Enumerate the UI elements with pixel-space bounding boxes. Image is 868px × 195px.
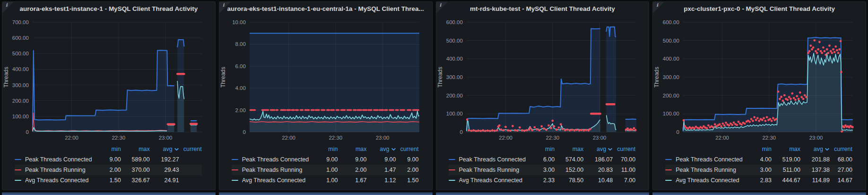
series-name[interactable]: Peak Threads Connected [676, 156, 743, 163]
stat-max: 1.67 [338, 177, 367, 184]
series-point [749, 121, 751, 123]
series-name[interactable]: Avg Threads Connected [242, 177, 305, 184]
stat-current: 70.00 [613, 156, 635, 163]
series-name[interactable]: Peak Threads Running [676, 167, 736, 173]
y-tick-label: 2.00 [235, 107, 245, 113]
series-color-swatch [665, 180, 672, 181]
series-point [540, 125, 543, 128]
chart-plot[interactable]: 02.004.006.008.0010.0022:0022:3023:00Thr… [219, 15, 432, 140]
x-tick-label: 22:00 [715, 135, 729, 140]
legend-col-max[interactable]: max [338, 146, 367, 152]
series-name[interactable]: Avg Threads Connected [676, 177, 739, 184]
series-point [533, 126, 536, 129]
chart-canvas[interactable]: 0100.00200.00300.00400.00500.00600.00700… [2, 15, 215, 140]
panel-title[interactable]: mt-rds-kube-test - MySQL Client Thread A… [436, 2, 649, 15]
legend-header: min max avg current [232, 144, 419, 154]
chart-plot[interactable]: 0100.00200.00300.00400.00500.00600.00700… [2, 15, 215, 140]
series-name[interactable]: Peak Threads Connected [25, 156, 92, 163]
chart-canvas[interactable]: 02.004.006.008.0010.0022:0022:3023:00Thr… [219, 15, 432, 140]
series-name[interactable]: Avg Threads Connected [25, 177, 88, 184]
legend-col-max[interactable]: max [772, 146, 800, 152]
y-tick-label: 100.00 [663, 111, 679, 116]
y-tick-label: 0 [243, 129, 245, 135]
next-panel-row-edge [0, 190, 868, 195]
series-point [684, 125, 686, 127]
chart-canvas[interactable]: 0100.00200.00300.00400.00500.00600.0022:… [653, 15, 866, 140]
series-name[interactable]: Peak Threads Running [25, 167, 86, 173]
legend-row: Avg Threads Connected 1.50 326.67 24.91 [15, 175, 202, 186]
legend-col-min[interactable]: min [743, 146, 772, 152]
series-point [832, 48, 834, 51]
series-point [736, 124, 738, 126]
series-point [841, 130, 843, 133]
legend-col-avg[interactable]: avg [150, 146, 179, 152]
panel-info-corner[interactable] [219, 2, 231, 13]
legend-col-current[interactable]: current [179, 146, 202, 152]
series-point [707, 124, 710, 127]
x-tick-label: 23:00 [592, 135, 606, 140]
panel-info-corner[interactable] [653, 2, 664, 13]
chevron-down-icon [608, 147, 613, 152]
panel-title[interactable]: aurora-eks-test1-instance-1-eu-central-1… [219, 2, 432, 15]
legend-col-current[interactable]: current [613, 146, 635, 152]
series-name[interactable]: Peak Threads Connected [242, 156, 309, 163]
legend-col-avg[interactable]: avg [583, 146, 613, 152]
stat-max: 444.67 [772, 177, 800, 184]
legend-col-avg[interactable]: avg [800, 146, 830, 152]
legend-col-current[interactable]: current [396, 146, 419, 152]
series-name[interactable]: Peak Threads Running [459, 167, 520, 173]
stat-max: 511.00 [772, 167, 800, 173]
legend-col-min[interactable]: min [93, 146, 121, 152]
chart-canvas[interactable]: 0100.00200.00300.00400.00500.00600.0022:… [436, 15, 649, 140]
series-name[interactable]: Peak Threads Connected [459, 156, 526, 163]
y-axis-label: Threads [220, 67, 226, 88]
legend-col-max[interactable]: max [121, 146, 150, 152]
panel-info-corner[interactable] [436, 2, 448, 13]
series-point [840, 71, 842, 73]
series-point [799, 91, 801, 94]
y-tick-label: 10.00 [232, 19, 246, 25]
panel-info-corner[interactable] [2, 2, 14, 13]
legend-col-min[interactable]: min [526, 146, 555, 152]
series-point [507, 129, 509, 132]
series-point [589, 128, 591, 130]
series-point [828, 44, 831, 47]
chart-plot[interactable]: 0100.00200.00300.00400.00500.00600.0022:… [436, 15, 649, 140]
series-point [851, 126, 854, 128]
series-point [731, 124, 734, 126]
legend-col-max[interactable]: max [555, 146, 583, 152]
panel-title[interactable]: aurora-eks-test1-instance-1 - MySQL Clie… [2, 2, 215, 15]
series-name[interactable]: Avg Threads Connected [459, 177, 522, 184]
legend-col-current[interactable]: current [830, 146, 852, 152]
series-point [769, 118, 772, 120]
stat-current: 11.00 [613, 167, 635, 173]
series-point [466, 118, 468, 121]
legend: min max avg current Peak Threads Connect… [653, 144, 866, 186]
y-tick-label: 400.00 [12, 66, 29, 72]
series-point [500, 128, 502, 131]
stat-max: 2.00 [338, 167, 367, 173]
panel-title[interactable]: pxc-cluster1-pxc-0 - MySQL Client Thread… [653, 2, 866, 15]
stat-min: 2.33 [526, 177, 555, 184]
stat-min: 4.00 [743, 156, 772, 163]
series-point [756, 117, 759, 119]
stat-max: 326.67 [121, 177, 150, 184]
legend-col-avg[interactable]: avg [367, 146, 396, 152]
series-color-swatch [232, 159, 238, 160]
series-point [794, 99, 797, 101]
legend-row: Peak Threads Connected 4.00 519.00 201.8… [665, 154, 852, 165]
series-point [701, 127, 703, 129]
legend-col-min[interactable]: min [310, 146, 338, 152]
stat-min: 1.00 [310, 177, 338, 184]
chart-plot[interactable]: 0100.00200.00300.00400.00500.00600.0022:… [653, 15, 866, 140]
series-point [523, 130, 525, 132]
series-point [512, 125, 514, 127]
series-point [840, 40, 842, 42]
panel-mt-rds-kube-test: i mt-rds-kube-test - MySQL Client Thread… [436, 1, 650, 190]
y-tick-label: 4.00 [235, 85, 245, 91]
info-icon: i [440, 2, 442, 8]
legend-row: Peak Threads Connected 9.00 589.00 192.2… [15, 154, 202, 165]
y-tick-label: 0 [460, 129, 462, 135]
series-name[interactable]: Peak Threads Running [242, 167, 303, 173]
series-color-swatch [665, 159, 672, 160]
